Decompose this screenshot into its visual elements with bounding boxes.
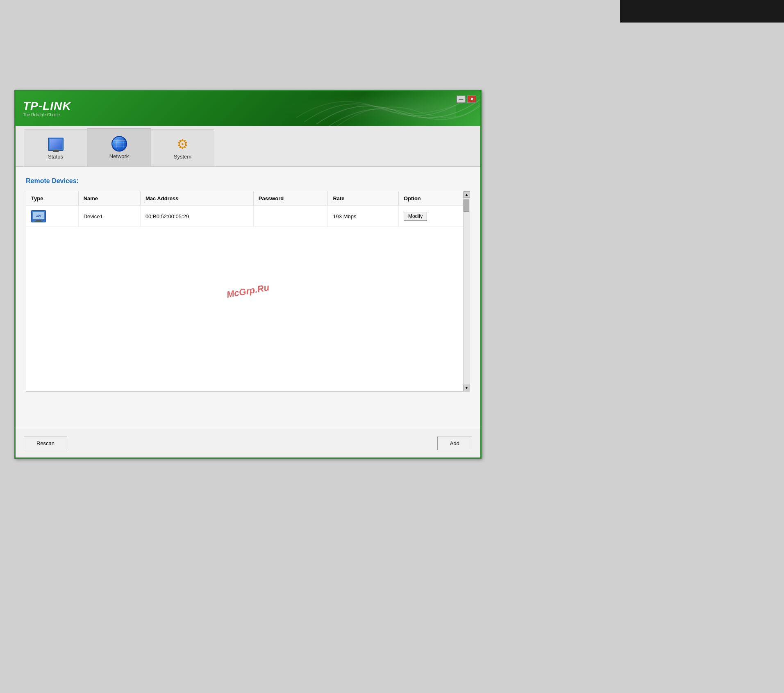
svg-rect-6: [36, 220, 41, 221]
scroll-track[interactable]: [464, 198, 470, 385]
tab-status-label: Status: [48, 154, 63, 160]
table-row: 200 Device1 00:B0:52:00:05:29 193 Mbps M…: [26, 206, 470, 227]
window-header: TP-LINK The Reliable Choice — ✕: [16, 91, 480, 126]
minimize-button[interactable]: —: [457, 95, 466, 103]
network-tab-icon: [111, 136, 127, 152]
col-type: Type: [26, 191, 78, 206]
rescan-button[interactable]: Rescan: [24, 437, 67, 450]
cell-mac: 00:B0:52:00:05:29: [140, 206, 253, 227]
top-bar: [620, 0, 784, 23]
col-option: Option: [398, 191, 469, 206]
gear-icon: ⚙: [177, 138, 189, 151]
logo-area: TP-LINK The Reliable Choice: [23, 100, 71, 117]
close-button[interactable]: ✕: [467, 95, 476, 103]
monitor-icon: [48, 138, 64, 151]
scrollbar[interactable]: ▲ ▼: [463, 191, 470, 391]
scroll-down-button[interactable]: ▼: [464, 385, 470, 391]
table-container: Type Name Mac Address Password Rate Opti…: [26, 191, 470, 392]
modify-button[interactable]: Modify: [404, 212, 427, 221]
section-title: Remote Devices:: [26, 177, 470, 185]
header-decoration: [296, 91, 480, 126]
svg-point-0: [113, 137, 127, 152]
add-button[interactable]: Add: [437, 437, 472, 450]
col-rate: Rate: [328, 191, 399, 206]
devices-table: Type Name Mac Address Password Rate Opti…: [26, 191, 470, 227]
tabs-area: Status Network ⚙ System: [16, 126, 480, 167]
tab-network-label: Network: [109, 153, 129, 159]
scroll-up-button[interactable]: ▲: [464, 191, 470, 198]
globe-icon: [111, 136, 127, 152]
cell-rate: 193 Mbps: [328, 206, 399, 227]
main-window: TP-LINK The Reliable Choice — ✕: [14, 90, 482, 459]
table-header-row: Type Name Mac Address Password Rate Opti…: [26, 191, 470, 206]
bottom-bar: Rescan Add: [16, 429, 480, 457]
cell-password: [253, 206, 328, 227]
status-tab-icon: [48, 136, 64, 152]
col-name: Name: [78, 191, 140, 206]
tab-system[interactable]: ⚙ System: [151, 129, 214, 166]
svg-text:200: 200: [36, 214, 41, 217]
system-tab-icon: ⚙: [175, 136, 191, 152]
col-mac: Mac Address: [140, 191, 253, 206]
cell-option: Modify: [398, 206, 469, 227]
app-tagline: The Reliable Choice: [23, 113, 71, 117]
tab-system-label: System: [174, 154, 191, 160]
cell-name: Device1: [78, 206, 140, 227]
tab-network[interactable]: Network: [87, 128, 151, 166]
app-title: TP-LINK: [23, 100, 71, 112]
svg-rect-7: [34, 221, 43, 222]
content-area: Remote Devices: Type Name Mac Address Pa…: [16, 167, 480, 431]
tab-status[interactable]: Status: [24, 129, 87, 166]
scroll-thumb[interactable]: [464, 199, 469, 212]
device-type-icon: 200: [31, 210, 46, 222]
svg-point-1: [116, 137, 124, 152]
cell-type: 200: [26, 206, 78, 227]
col-password: Password: [253, 191, 328, 206]
table-wrapper: Type Name Mac Address Password Rate Opti…: [26, 191, 470, 392]
window-controls: — ✕: [457, 95, 476, 103]
